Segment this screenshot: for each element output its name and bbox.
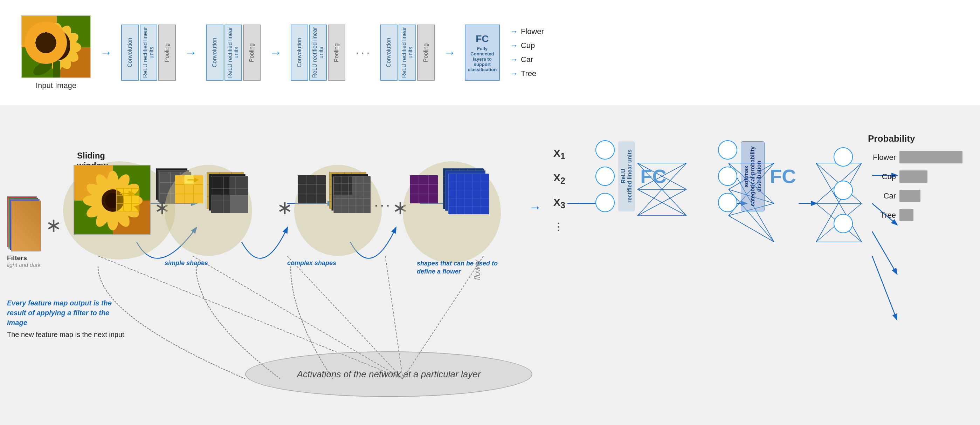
fc1-section: ReLUrectified linear units FC [595, 140, 667, 212]
fc2-section: softmaxcategorical probability distribut… [718, 140, 796, 212]
probability-section: Probability Flower Cup Car Tree [868, 133, 963, 228]
output-flower-row: → Flower [510, 27, 544, 36]
conv-layer-1: Convolution [121, 24, 139, 81]
svg-line-41 [729, 216, 774, 242]
fmap-4c [448, 174, 488, 214]
relu-layer-4: ReLU rectified linear units [399, 24, 416, 81]
probability-title: Probability [868, 133, 963, 144]
svg-rect-17 [53, 61, 60, 78]
output-tree: Tree [521, 69, 536, 78]
svg-rect-135 [449, 174, 489, 214]
small-filter-3 [298, 175, 326, 203]
relu-layer-2: ReLU rectified linear units [224, 24, 242, 81]
fmap-stack-4-wrapper [443, 168, 496, 221]
activation-text: Activations of the network at a particul… [297, 369, 481, 380]
arrow-car: → [510, 55, 518, 64]
feature-desc-2: The new feature map is the next input [7, 330, 126, 339]
x3-label: X3 [554, 197, 565, 210]
svg-rect-91 [211, 176, 229, 195]
fc1-nodes [595, 140, 615, 212]
prob-tree-label: Tree [868, 211, 896, 220]
fc1-label: FC [640, 165, 667, 188]
conv-group-1: Convolution ReLU rectified linear units … [121, 24, 176, 81]
svg-point-14 [39, 23, 62, 51]
prob-tree-bar [899, 209, 913, 221]
fc2-node-3 [718, 193, 737, 212]
pool-layer-3: Pooling [328, 24, 345, 81]
arrow-to-conv3: → [269, 45, 282, 60]
pool-layer-1: Pooling [158, 24, 176, 81]
x-inputs: X1 X2 X3 ⋮ [554, 147, 565, 232]
output-tree-row: → Tree [510, 69, 544, 78]
prob-cup-label: Cup [868, 172, 896, 181]
output-car: Car [521, 55, 533, 64]
stage-to-x-arrow: → [529, 200, 541, 215]
svg-rect-112 [334, 176, 352, 195]
activation-ellipse: Activations of the network at a particul… [245, 352, 532, 397]
filter-stack [7, 197, 42, 252]
output-labels: → Flower → Cup → Car → Tree [510, 27, 544, 78]
arrow-to-conv2: → [185, 45, 197, 60]
svg-rect-121 [410, 175, 438, 203]
relu-label-bottom: ReLUrectified linear units [620, 149, 633, 203]
fc1-node-3 [595, 193, 615, 212]
input-image [21, 15, 91, 78]
fc2-nodes [718, 140, 737, 212]
prob-car-label: Car [868, 192, 896, 201]
input-image-label: Input Image [36, 81, 76, 90]
arrow-tree: → [510, 69, 518, 78]
conv-group-3: Convolution ReLU rectified linear units … [291, 24, 345, 81]
svg-rect-69 [116, 188, 139, 211]
out-node-2 [834, 181, 853, 200]
prob-cup-row: Cup [868, 171, 963, 183]
fc2-node-1 [718, 140, 737, 160]
output-flower: Flower [521, 27, 544, 36]
fmap-3c [333, 176, 370, 213]
x1-label: X1 [554, 147, 565, 161]
conv-group-2: Convolution ReLU rectified linear units … [206, 24, 261, 81]
out-node-1 [834, 147, 853, 166]
pool-layer-2: Pooling [243, 24, 261, 81]
stage-dots: · · · [375, 200, 390, 212]
complex-shapes-label: complex shapes [287, 259, 336, 267]
small-filter-4 [410, 175, 438, 203]
svg-point-16 [47, 38, 67, 57]
fc1-node-2 [595, 166, 615, 186]
flower-shapes-label: shapes that can be used to define a flow… [417, 259, 508, 276]
fmap-stack-3-wrapper [329, 172, 375, 217]
fmap-2c [211, 176, 248, 213]
softmax-label: softmaxcategorical probability distribut… [743, 145, 762, 208]
fc2-label: FC [770, 165, 796, 188]
prob-car-bar [899, 190, 920, 202]
small-filter-grid [175, 175, 203, 203]
asterisk-3: ∗ [277, 197, 293, 219]
arrow-to-conv1: → [100, 45, 113, 60]
sunflower-bottom [73, 165, 151, 235]
feature-maps-2-stack [207, 172, 252, 217]
input-image-container: Input Image [21, 15, 91, 90]
relu-layer-1: ReLU rectified linear units [140, 24, 157, 81]
arrow-flower: → [510, 27, 518, 36]
x2-label: X2 [554, 172, 565, 186]
filter-layer-4 [11, 201, 41, 251]
output-cup: Cup [521, 41, 535, 50]
svg-rect-1 [22, 16, 57, 47]
prob-flower-bar [899, 151, 963, 163]
conv-group-4: Convolution ReLU rectified linear units … [380, 24, 435, 81]
x-dots: ⋮ [554, 221, 563, 232]
svg-rect-97 [298, 175, 326, 203]
conv-layer-2: Convolution [206, 24, 223, 81]
fc-top-label: Fully Connected layers to support classi… [468, 46, 496, 72]
fmap-stack-2 [207, 172, 252, 217]
fmap-stack-3 [329, 172, 375, 217]
output-nodes [834, 147, 853, 233]
svg-point-13 [32, 29, 60, 53]
prob-tree-row: Tree [868, 209, 963, 221]
svg-point-15 [43, 34, 70, 61]
svg-rect-92 [230, 195, 248, 213]
prob-cup-bar [899, 171, 928, 183]
prob-flower-label: Flower [868, 153, 896, 162]
arrow-to-fc: → [444, 45, 456, 60]
prob-car-row: Car [868, 190, 963, 202]
fc1-node-1 [595, 140, 615, 160]
